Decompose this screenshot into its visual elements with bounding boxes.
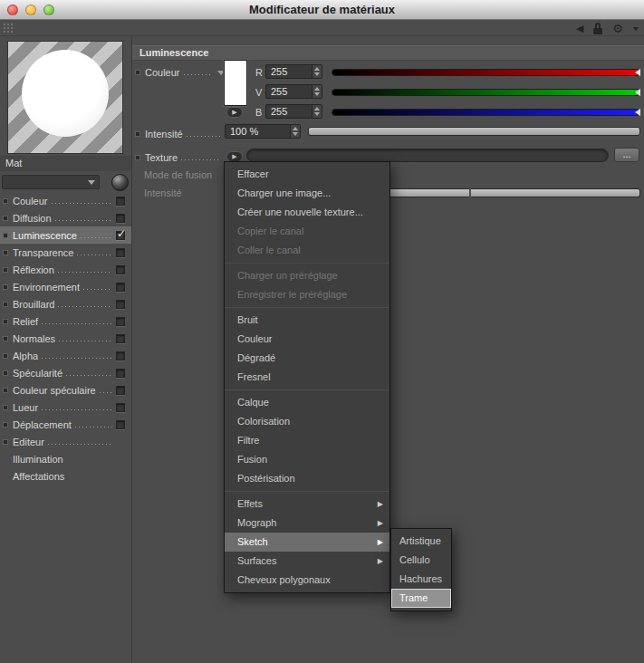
channel-checkbox[interactable]	[116, 403, 125, 412]
dropdown-arrow-icon[interactable]	[88, 180, 95, 185]
step-up-icon[interactable]	[314, 67, 320, 71]
green-stepper[interactable]	[312, 85, 322, 98]
channel-checkbox[interactable]	[116, 214, 125, 223]
channel-list: Couleur Diffusion Luminescence ✓ Transpa…	[0, 192, 131, 485]
material-name-field[interactable]: Mat	[0, 156, 131, 171]
channel-row-couleur-speculaire[interactable]: Couleur spéculaire	[0, 381, 131, 399]
menu-item-calque[interactable]: Calque	[225, 393, 389, 412]
channel-row-normales[interactable]: Normales	[0, 330, 131, 347]
menu-item-cheveux-polygonaux[interactable]: Cheveux polygonaux	[225, 571, 389, 590]
menu-separator	[225, 491, 389, 492]
channel-row-editeur[interactable]: Editeur	[0, 433, 131, 450]
brightness-value-field[interactable]: 100 %	[225, 124, 301, 139]
channel-checkbox[interactable]	[116, 248, 125, 257]
slider-handle[interactable]	[469, 187, 471, 198]
menu-item-effacer[interactable]: Effacer	[225, 165, 389, 184]
menu-item-effets[interactable]: Effets ▶	[225, 495, 389, 514]
channel-row-illumination[interactable]: Illumination	[0, 450, 131, 467]
menu-item-creer-nouvelle-texture[interactable]: Créer une nouvelle texture...	[225, 203, 389, 222]
step-up-icon[interactable]	[314, 107, 320, 110]
titlebar[interactable]: Modificateur de matériaux	[0, 0, 644, 20]
channel-checkbox[interactable]: ✓	[116, 231, 125, 240]
menu-item-posterisation[interactable]: Postérisation	[225, 469, 389, 488]
menu-item-fresnel[interactable]: Fresnel	[225, 368, 389, 387]
channel-checkbox[interactable]	[116, 283, 125, 292]
channel-row-lueur[interactable]: Lueur	[0, 399, 131, 416]
brightness-stepper[interactable]	[290, 125, 300, 138]
menu-item-fusion[interactable]: Fusion	[225, 450, 389, 469]
submenu-item-cellulo[interactable]: Cellulo	[391, 551, 451, 570]
channel-checkbox[interactable]	[116, 317, 125, 326]
step-down-icon[interactable]	[314, 92, 320, 96]
preview-mode-button[interactable]	[111, 174, 129, 191]
back-arrow-icon[interactable]: ◀	[576, 22, 583, 35]
color-swatch[interactable]	[224, 60, 247, 106]
channel-checkbox[interactable]	[116, 265, 125, 274]
submenu-item-hachures[interactable]: Hachures	[391, 570, 451, 589]
channel-checkbox[interactable]	[116, 351, 125, 360]
menu-item-mograph[interactable]: Mograph ▶	[225, 514, 389, 533]
submenu-item-artistique[interactable]: Artistique	[391, 532, 451, 551]
menu-item-surfaces[interactable]: Surfaces ▶	[225, 552, 389, 571]
menu-item-sketch[interactable]: Sketch ▶	[225, 533, 389, 552]
close-button[interactable]	[7, 5, 18, 15]
gear-icon[interactable]: ⚙	[612, 22, 623, 35]
channel-row-alpha[interactable]: Alpha	[0, 347, 131, 364]
channel-row-couleur[interactable]: Couleur	[0, 192, 131, 209]
step-up-icon[interactable]	[314, 87, 320, 91]
channel-row-environnement[interactable]: Environnement	[0, 278, 131, 295]
step-down-icon[interactable]	[314, 112, 320, 116]
step-up-icon[interactable]	[293, 127, 298, 130]
drag-grip-icon[interactable]	[3, 23, 14, 34]
channel-row-relief[interactable]: Relief	[0, 312, 131, 330]
channel-checkbox[interactable]	[116, 386, 125, 395]
green-slider[interactable]	[332, 89, 640, 96]
texture-browse-button[interactable]: ...	[614, 148, 639, 162]
channel-row-transparence[interactable]: Transparence	[0, 244, 131, 261]
dotted-leader	[55, 220, 112, 221]
menu-item-filtre[interactable]: Filtre	[225, 431, 389, 450]
submenu-item-trame[interactable]: Trame	[391, 589, 451, 608]
menu-item-copier-le-canal: Copier le canal	[225, 222, 389, 241]
step-down-icon[interactable]	[314, 72, 320, 76]
channel-row-luminescence[interactable]: Luminescence ✓	[0, 226, 131, 244]
red-value-field[interactable]: 255	[265, 64, 322, 79]
green-value-field[interactable]: 255	[265, 84, 322, 99]
channel-row-specularite[interactable]: Spécularité	[0, 364, 131, 381]
material-preview[interactable]	[7, 41, 123, 154]
menu-item-colorisation[interactable]: Colorisation	[225, 412, 389, 431]
red-slider[interactable]	[332, 69, 640, 76]
channel-row-brouillard[interactable]: Brouillard	[0, 295, 131, 312]
channel-checkbox[interactable]	[116, 197, 125, 206]
channel-checkbox[interactable]	[116, 369, 125, 378]
blue-slider[interactable]	[332, 109, 640, 116]
channel-checkbox[interactable]	[116, 300, 125, 309]
texture-path-field[interactable]	[246, 149, 609, 162]
channel-label: Lueur	[13, 402, 38, 413]
zoom-button[interactable]	[43, 5, 54, 15]
lock-icon[interactable]	[593, 23, 602, 34]
menu-item-couleur[interactable]: Couleur	[225, 330, 389, 349]
channel-row-deplacement[interactable]: Déplacement	[0, 416, 131, 433]
channel-checkbox[interactable]	[116, 334, 125, 343]
channel-filter-field[interactable]	[2, 175, 100, 189]
minimize-button[interactable]	[25, 5, 36, 15]
channel-row-affectations[interactable]: Affectations	[0, 467, 131, 485]
menu-item-bruit[interactable]: Bruit	[225, 311, 389, 330]
channel-bullet-icon	[4, 371, 7, 375]
gear-caret-icon[interactable]	[633, 27, 639, 31]
step-down-icon[interactable]	[293, 132, 298, 136]
blue-value-field[interactable]: 255	[265, 104, 322, 119]
brightness-slider[interactable]	[308, 127, 640, 136]
blue-stepper[interactable]	[312, 105, 322, 118]
channel-label: Couleur	[13, 196, 48, 207]
menu-item-degrade[interactable]: Dégradé	[225, 349, 389, 368]
channel-label: Couleur spéculaire	[13, 385, 96, 396]
expand-color-button[interactable]: ▶	[226, 107, 243, 118]
menu-item-charger-une-image[interactable]: Charger une image...	[225, 184, 389, 203]
red-stepper[interactable]	[312, 65, 322, 78]
brightness-property-label: Intensité	[136, 127, 224, 141]
channel-row-reflexion[interactable]: Réflexion	[0, 261, 131, 278]
channel-checkbox[interactable]	[116, 420, 125, 429]
channel-row-diffusion[interactable]: Diffusion	[0, 209, 131, 226]
